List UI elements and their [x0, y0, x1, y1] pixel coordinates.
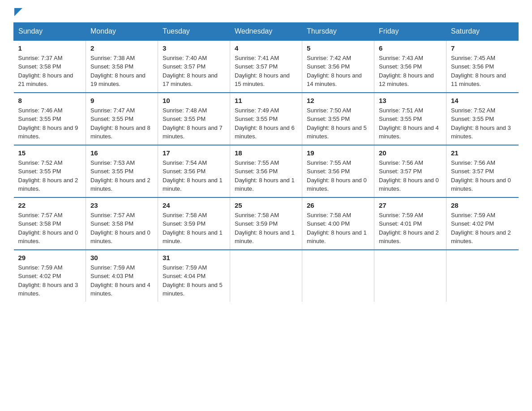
day-number: 16	[90, 149, 153, 157]
day-number: 29	[18, 254, 82, 261]
calendar-day-cell: 10Sunrise: 7:48 AMSunset: 3:55 PMDayligh…	[158, 93, 230, 145]
calendar-day-cell: 18Sunrise: 7:55 AMSunset: 3:56 PMDayligh…	[230, 145, 302, 197]
calendar-week-row: 8Sunrise: 7:46 AMSunset: 3:55 PMDaylight…	[14, 93, 519, 145]
calendar-day-cell: 11Sunrise: 7:49 AMSunset: 3:55 PMDayligh…	[230, 93, 302, 145]
calendar-day-cell: 3Sunrise: 7:40 AMSunset: 3:57 PMDaylight…	[158, 40, 230, 93]
day-number: 18	[235, 149, 297, 157]
day-info: Sunrise: 7:58 AMSunset: 4:00 PMDaylight:…	[307, 212, 367, 245]
day-info: Sunrise: 7:37 AMSunset: 3:58 PMDaylight:…	[18, 55, 73, 88]
calendar-day-cell: 5Sunrise: 7:42 AMSunset: 3:56 PMDaylight…	[302, 40, 374, 93]
calendar-day-cell: 4Sunrise: 7:41 AMSunset: 3:57 PMDaylight…	[230, 40, 302, 93]
day-number: 10	[163, 97, 225, 104]
day-number: 5	[307, 44, 369, 52]
day-info: Sunrise: 7:50 AMSunset: 3:55 PMDaylight:…	[307, 107, 367, 140]
logo	[13, 9, 22, 18]
day-number: 22	[18, 201, 82, 209]
calendar-day-cell: 23Sunrise: 7:57 AMSunset: 3:58 PMDayligh…	[86, 197, 158, 250]
day-info: Sunrise: 7:41 AMSunset: 3:57 PMDaylight:…	[235, 55, 290, 88]
calendar-day-cell	[302, 250, 374, 302]
day-number: 28	[451, 201, 514, 209]
calendar-day-cell	[446, 250, 519, 302]
day-info: Sunrise: 7:51 AMSunset: 3:55 PMDaylight:…	[379, 107, 439, 140]
day-info: Sunrise: 7:47 AMSunset: 3:55 PMDaylight:…	[90, 107, 150, 140]
day-info: Sunrise: 7:48 AMSunset: 3:55 PMDaylight:…	[163, 107, 223, 140]
day-info: Sunrise: 7:43 AMSunset: 3:56 PMDaylight:…	[379, 55, 434, 88]
calendar-day-cell: 7Sunrise: 7:45 AMSunset: 3:56 PMDaylight…	[446, 40, 519, 93]
day-number: 1	[18, 44, 82, 52]
calendar-day-cell: 1Sunrise: 7:37 AMSunset: 3:58 PMDaylight…	[14, 40, 86, 93]
weekday-header-cell: Monday	[86, 22, 158, 40]
day-number: 31	[163, 254, 225, 261]
day-number: 3	[163, 44, 225, 52]
day-number: 24	[163, 201, 225, 209]
day-number: 15	[18, 149, 82, 157]
calendar-day-cell	[374, 250, 446, 302]
calendar-table: SundayMondayTuesdayWednesdayThursdayFrid…	[13, 22, 519, 302]
day-info: Sunrise: 7:59 AMSunset: 4:04 PMDaylight:…	[163, 264, 223, 297]
calendar-day-cell: 26Sunrise: 7:58 AMSunset: 4:00 PMDayligh…	[302, 197, 374, 250]
day-number: 8	[18, 97, 82, 104]
day-info: Sunrise: 7:38 AMSunset: 3:58 PMDaylight:…	[90, 55, 146, 88]
calendar-body: 1Sunrise: 7:37 AMSunset: 3:58 PMDaylight…	[14, 40, 519, 302]
weekday-header-cell: Tuesday	[158, 22, 230, 40]
day-info: Sunrise: 7:58 AMSunset: 3:59 PMDaylight:…	[163, 212, 223, 245]
day-number: 7	[451, 44, 514, 52]
calendar-day-cell: 21Sunrise: 7:56 AMSunset: 3:57 PMDayligh…	[446, 145, 519, 197]
day-number: 27	[379, 201, 442, 209]
day-info: Sunrise: 7:57 AMSunset: 3:58 PMDaylight:…	[18, 212, 78, 245]
day-number: 21	[451, 149, 514, 157]
day-info: Sunrise: 7:56 AMSunset: 3:57 PMDaylight:…	[379, 159, 439, 193]
calendar-day-cell: 9Sunrise: 7:47 AMSunset: 3:55 PMDaylight…	[86, 93, 158, 145]
day-number: 13	[379, 97, 442, 104]
day-info: Sunrise: 7:55 AMSunset: 3:56 PMDaylight:…	[307, 159, 367, 193]
calendar-day-cell: 16Sunrise: 7:53 AMSunset: 3:55 PMDayligh…	[86, 145, 158, 197]
calendar-day-cell: 2Sunrise: 7:38 AMSunset: 3:58 PMDaylight…	[86, 40, 158, 93]
calendar-day-cell: 24Sunrise: 7:58 AMSunset: 3:59 PMDayligh…	[158, 197, 230, 250]
calendar-day-cell	[230, 250, 302, 302]
day-number: 30	[90, 254, 153, 261]
day-info: Sunrise: 7:58 AMSunset: 3:59 PMDaylight:…	[235, 212, 295, 245]
day-info: Sunrise: 7:59 AMSunset: 4:02 PMDaylight:…	[451, 212, 511, 245]
calendar-day-cell: 12Sunrise: 7:50 AMSunset: 3:55 PMDayligh…	[302, 93, 374, 145]
day-info: Sunrise: 7:42 AMSunset: 3:56 PMDaylight:…	[307, 55, 362, 88]
logo-triangle-icon	[14, 8, 22, 16]
day-number: 4	[235, 44, 297, 52]
weekday-header-cell: Saturday	[446, 22, 519, 40]
calendar-day-cell: 17Sunrise: 7:54 AMSunset: 3:56 PMDayligh…	[158, 145, 230, 197]
day-info: Sunrise: 7:54 AMSunset: 3:56 PMDaylight:…	[163, 159, 223, 193]
day-number: 2	[90, 44, 153, 52]
day-info: Sunrise: 7:59 AMSunset: 4:03 PMDaylight:…	[90, 264, 150, 297]
calendar-day-cell: 22Sunrise: 7:57 AMSunset: 3:58 PMDayligh…	[14, 197, 86, 250]
calendar-day-cell: 8Sunrise: 7:46 AMSunset: 3:55 PMDaylight…	[14, 93, 86, 145]
weekday-header-row: SundayMondayTuesdayWednesdayThursdayFrid…	[14, 22, 519, 40]
day-number: 26	[307, 201, 369, 209]
day-number: 25	[235, 201, 297, 209]
calendar-day-cell: 14Sunrise: 7:52 AMSunset: 3:55 PMDayligh…	[446, 93, 519, 145]
calendar-day-cell: 27Sunrise: 7:59 AMSunset: 4:01 PMDayligh…	[374, 197, 446, 250]
weekday-header-cell: Wednesday	[230, 22, 302, 40]
day-info: Sunrise: 7:40 AMSunset: 3:57 PMDaylight:…	[163, 55, 218, 88]
day-number: 20	[379, 149, 442, 157]
calendar-day-cell: 19Sunrise: 7:55 AMSunset: 3:56 PMDayligh…	[302, 145, 374, 197]
calendar-day-cell: 15Sunrise: 7:52 AMSunset: 3:55 PMDayligh…	[14, 145, 86, 197]
calendar-day-cell: 25Sunrise: 7:58 AMSunset: 3:59 PMDayligh…	[230, 197, 302, 250]
calendar-day-cell: 31Sunrise: 7:59 AMSunset: 4:04 PMDayligh…	[158, 250, 230, 302]
calendar-day-cell: 28Sunrise: 7:59 AMSunset: 4:02 PMDayligh…	[446, 197, 519, 250]
weekday-header-cell: Thursday	[302, 22, 374, 40]
calendar-week-row: 1Sunrise: 7:37 AMSunset: 3:58 PMDaylight…	[14, 40, 519, 93]
day-info: Sunrise: 7:52 AMSunset: 3:55 PMDaylight:…	[18, 159, 78, 193]
day-number: 14	[451, 97, 514, 104]
weekday-header-cell: Friday	[374, 22, 446, 40]
day-number: 11	[235, 97, 297, 104]
calendar-week-row: 29Sunrise: 7:59 AMSunset: 4:02 PMDayligh…	[14, 250, 519, 302]
svg-marker-0	[14, 8, 22, 16]
day-number: 19	[307, 149, 369, 157]
day-number: 9	[90, 97, 153, 104]
weekday-header-cell: Sunday	[14, 22, 86, 40]
day-info: Sunrise: 7:46 AMSunset: 3:55 PMDaylight:…	[18, 107, 78, 140]
day-info: Sunrise: 7:52 AMSunset: 3:55 PMDaylight:…	[451, 107, 511, 140]
day-info: Sunrise: 7:59 AMSunset: 4:01 PMDaylight:…	[379, 212, 439, 245]
day-number: 6	[379, 44, 442, 52]
day-info: Sunrise: 7:53 AMSunset: 3:55 PMDaylight:…	[90, 159, 150, 193]
day-number: 17	[163, 149, 225, 157]
